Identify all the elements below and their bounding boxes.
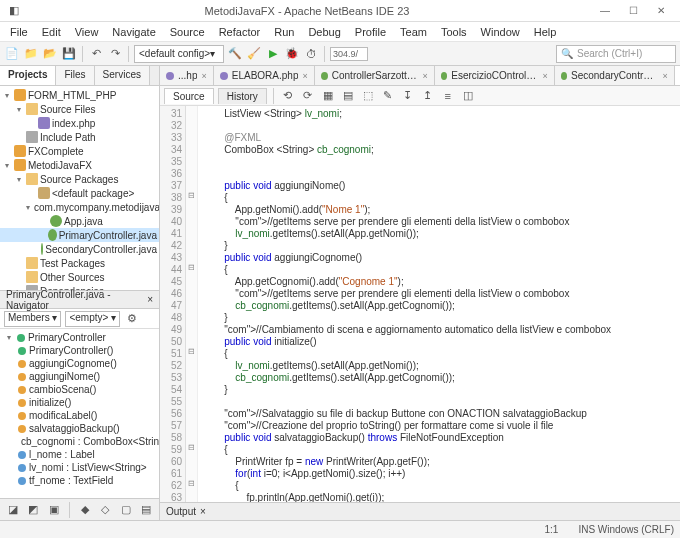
tree-row[interactable]: Test Packages <box>0 256 159 270</box>
save-all-icon[interactable]: 💾 <box>61 46 77 62</box>
filter-icon[interactable]: ◩ <box>26 502 40 518</box>
menu-edit[interactable]: Edit <box>36 24 67 40</box>
navigator-pane: PrimaryController.java - Navigator × Mem… <box>0 290 159 520</box>
undo-icon[interactable]: ↶ <box>88 46 104 62</box>
maximize-button[interactable]: ☐ <box>620 2 646 20</box>
tree-row[interactable]: ▾FORM_HTML_PHP <box>0 88 159 102</box>
filter-icon[interactable]: ◪ <box>6 502 20 518</box>
editor-icon[interactable]: ↧ <box>400 88 416 104</box>
menu-help[interactable]: Help <box>528 24 563 40</box>
minimize-button[interactable]: — <box>592 2 618 20</box>
tree-row[interactable]: ▾Source Packages <box>0 172 159 186</box>
nav-item[interactable]: cambioScena() <box>0 383 159 396</box>
tree-row[interactable]: Other Sources <box>0 270 159 284</box>
navigator-title: PrimaryController.java - Navigator <box>6 289 147 311</box>
nav-item[interactable]: PrimaryController() <box>0 344 159 357</box>
editor-tab[interactable]: PrimaryController.java× <box>675 66 680 85</box>
filter-icon[interactable]: ▤ <box>139 502 153 518</box>
open-icon[interactable]: 📂 <box>42 46 58 62</box>
menu-file[interactable]: File <box>4 24 34 40</box>
menu-source[interactable]: Source <box>164 24 211 40</box>
nav-item[interactable]: tf_nome : TextField <box>0 474 159 487</box>
build-icon[interactable]: 🔨 <box>227 46 243 62</box>
menu-navigate[interactable]: Navigate <box>106 24 161 40</box>
editor-tab[interactable]: ControllerSarzotti.java× <box>315 66 435 85</box>
redo-icon[interactable]: ↷ <box>107 46 123 62</box>
nav-item[interactable]: modificaLabel() <box>0 409 159 422</box>
clean-build-icon[interactable]: 🧹 <box>246 46 262 62</box>
window-titlebar: ◧ MetodiJavaFX - Apache NetBeans IDE 23 … <box>0 0 680 22</box>
editor-icon[interactable]: ⟳ <box>300 88 316 104</box>
tree-row[interactable]: index.php <box>0 116 159 130</box>
editor-icon[interactable]: ▤ <box>340 88 356 104</box>
tree-row[interactable]: Include Path <box>0 130 159 144</box>
new-file-icon[interactable]: 📄 <box>4 46 20 62</box>
tree-row[interactable]: ▾com.mycompany.metodijavafx <box>0 200 159 214</box>
nav-item[interactable]: aggiungiCognome() <box>0 357 159 370</box>
tab-projects[interactable]: Projects <box>0 66 56 85</box>
editor-tab[interactable]: ...hp× <box>160 66 214 85</box>
new-project-icon[interactable]: 📁 <box>23 46 39 62</box>
debug-icon[interactable]: 🐞 <box>284 46 300 62</box>
close-button[interactable]: ✕ <box>648 2 674 20</box>
profile-icon[interactable]: ⏱ <box>303 46 319 62</box>
tab-services[interactable]: Services <box>95 66 150 85</box>
editor-icon[interactable]: ↥ <box>420 88 436 104</box>
code-editor[interactable]: 31 32 33 34 35 36 37 38 39 40 41 42 43 4… <box>160 106 680 502</box>
menu-view[interactable]: View <box>69 24 105 40</box>
output-panel[interactable]: Output × <box>160 502 680 520</box>
nav-item[interactable]: aggiungiNome() <box>0 370 159 383</box>
editor-tab[interactable]: ELABORA.php× <box>214 66 315 85</box>
tree-row[interactable]: App.java <box>0 214 159 228</box>
tab-files[interactable]: Files <box>56 66 94 85</box>
run-icon[interactable]: ▶ <box>265 46 281 62</box>
nav-item[interactable]: initialize() <box>0 396 159 409</box>
navigator-tree[interactable]: ▾PrimaryControllerPrimaryController()agg… <box>0 329 159 498</box>
tree-row[interactable]: ▾MetodiJavaFX <box>0 158 159 172</box>
editor-icon[interactable]: ✎ <box>380 88 396 104</box>
memory-indicator[interactable]: 304.9/ <box>330 47 368 61</box>
tree-row[interactable]: SecondaryController.java <box>0 242 159 256</box>
navigator-close-icon[interactable]: × <box>147 294 153 305</box>
tree-row[interactable]: ▾Source Files <box>0 102 159 116</box>
nav-root[interactable]: ▾PrimaryController <box>0 331 159 344</box>
editor-icon[interactable]: ⟲ <box>280 88 296 104</box>
editor-icon[interactable]: ◫ <box>460 88 476 104</box>
editor-tab[interactable]: SecondaryController.java× <box>555 66 675 85</box>
code-area[interactable]: ListView <String> lv_nomi; @FXML ComboBo… <box>198 106 680 502</box>
members-combo[interactable]: Members ▾ <box>4 311 61 327</box>
menu-tools[interactable]: Tools <box>435 24 473 40</box>
editor-icon[interactable]: ▦ <box>320 88 336 104</box>
output-close-icon[interactable]: × <box>200 506 206 517</box>
filter-combo[interactable]: <empty> ▾ <box>65 311 120 327</box>
menu-run[interactable]: Run <box>268 24 300 40</box>
nav-settings-icon[interactable]: ⚙ <box>124 311 140 327</box>
filter-icon[interactable]: ◆ <box>78 502 92 518</box>
tree-row[interactable]: <default package> <box>0 186 159 200</box>
history-tab[interactable]: History <box>218 88 267 104</box>
menu-team[interactable]: Team <box>394 24 433 40</box>
project-tree[interactable]: ▾FORM_HTML_PHP▾Source Filesindex.phpIncl… <box>0 86 159 290</box>
tree-row[interactable]: FXComplete <box>0 144 159 158</box>
menu-debug[interactable]: Debug <box>302 24 346 40</box>
filter-icon[interactable]: ▣ <box>47 502 61 518</box>
source-tab[interactable]: Source <box>164 88 214 104</box>
nav-item[interactable]: cb_cognomi : ComboBox<String> <box>0 435 159 448</box>
fold-column[interactable]: ⊟ ⊟ ⊟ ⊟ ⊟ <box>186 106 198 502</box>
menu-refactor[interactable]: Refactor <box>213 24 267 40</box>
editor-tab[interactable]: EsercizioCOntroller.java× <box>435 66 555 85</box>
config-combo[interactable]: <default config> ▾ <box>134 45 224 63</box>
filter-icon[interactable]: ▢ <box>118 502 132 518</box>
nav-item[interactable]: l_nome : Label <box>0 448 159 461</box>
cursor-position: 1:1 <box>545 524 559 535</box>
menu-window[interactable]: Window <box>475 24 526 40</box>
editor-sub-toolbar: Source History ⟲ ⟳ ▦ ▤ ⬚ ✎ ↧ ↥ ≡ ◫ <box>160 86 680 106</box>
tree-row[interactable]: PrimaryController.java <box>0 228 159 242</box>
nav-item[interactable]: lv_nomi : ListView<String> <box>0 461 159 474</box>
global-search[interactable]: 🔍 Search (Ctrl+I) <box>556 45 676 63</box>
editor-icon[interactable]: ≡ <box>440 88 456 104</box>
editor-icon[interactable]: ⬚ <box>360 88 376 104</box>
filter-icon[interactable]: ◇ <box>98 502 112 518</box>
menu-profile[interactable]: Profile <box>349 24 392 40</box>
nav-item[interactable]: salvataggioBackup() <box>0 422 159 435</box>
